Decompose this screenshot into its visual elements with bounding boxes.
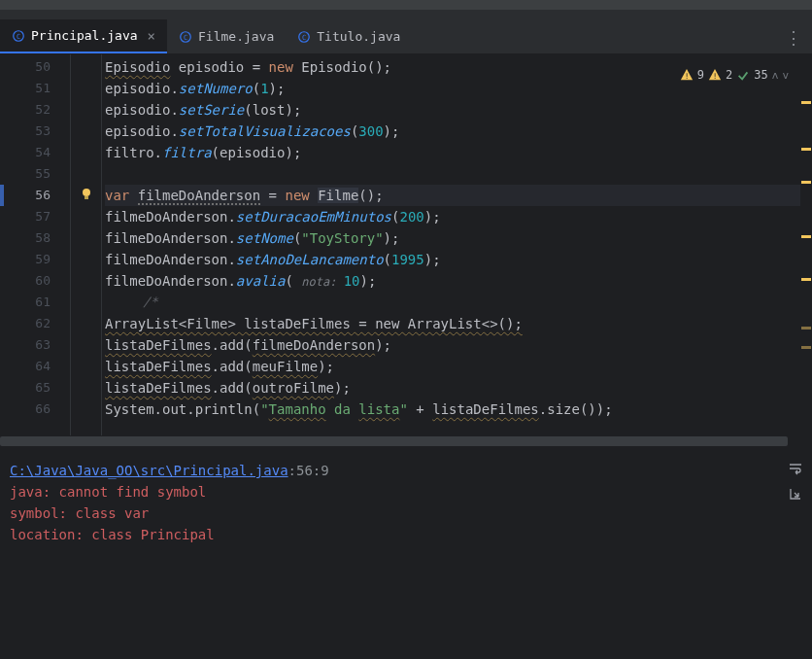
code-line: episodio.setSerie(lost); bbox=[105, 99, 812, 121]
svg-text:!: ! bbox=[684, 72, 689, 81]
svg-text:C: C bbox=[17, 32, 20, 40]
current-line-stripe bbox=[0, 185, 4, 206]
line-number: 56 bbox=[0, 185, 51, 206]
code-line: filtro.filtra(episodio); bbox=[105, 142, 812, 163]
code-line: listaDeFilmes.add(filmeDoAnderson); bbox=[105, 334, 812, 356]
error-file-line: C:\Java\Java_OO\src\Principal.java:56:9 bbox=[10, 460, 802, 481]
tab-filme[interactable]: C Filme.java bbox=[167, 19, 286, 53]
code-line: listaDeFilmes.add(meuFilme); bbox=[105, 356, 812, 377]
line-number: 65 bbox=[0, 377, 51, 399]
marker-warn[interactable] bbox=[801, 278, 811, 281]
tab-label: Titulo.java bbox=[317, 29, 400, 44]
java-file-icon: C bbox=[12, 29, 25, 43]
line-number: 60 bbox=[0, 270, 51, 292]
code-line: System.out.println("Tamanho da lista" + … bbox=[105, 399, 812, 420]
line-number: 51 bbox=[0, 78, 51, 99]
tabs-more-icon[interactable]: ⋮ bbox=[785, 27, 802, 48]
line-number: 62 bbox=[0, 313, 51, 334]
tab-label: Principal.java bbox=[31, 28, 138, 43]
scroll-to-end-icon[interactable] bbox=[787, 485, 804, 503]
error-stripe[interactable] bbox=[800, 54, 812, 435]
code-line: listaDeFilmes.add(outroFilme); bbox=[105, 377, 812, 399]
code-line: ArrayList<Filme> listaDeFilmes = new Arr… bbox=[105, 313, 812, 334]
svg-text:C: C bbox=[184, 33, 187, 41]
error-count: 9 bbox=[697, 68, 704, 82]
code-line bbox=[105, 163, 812, 185]
scrollbar-thumb[interactable] bbox=[0, 436, 788, 446]
marker-warn[interactable] bbox=[801, 148, 811, 151]
code-line: episodio.setTotalVisualizacoes(300); bbox=[105, 121, 812, 142]
weak-count: 35 bbox=[754, 68, 767, 82]
tab-label: Filme.java bbox=[198, 29, 274, 44]
editor-tabs: C Principal.java × C Filme.java C Titulo… bbox=[0, 19, 812, 54]
title-bar-stripe bbox=[0, 0, 812, 10]
error-symbol: symbol: class var bbox=[10, 503, 802, 524]
inspection-widget[interactable]: ! 9 ! 2 35 ʌ v bbox=[680, 68, 789, 82]
horizontal-scrollbar[interactable] bbox=[0, 435, 812, 447]
tab-titulo[interactable]: C Titulo.java bbox=[286, 19, 412, 53]
build-output-panel[interactable]: C:\Java\Java_OO\src\Principal.java:56:9 … bbox=[0, 447, 812, 659]
soft-wrap-icon[interactable] bbox=[787, 460, 804, 477]
code-line: filmeDoAnderson.setAnoDeLancamento(1995)… bbox=[105, 249, 812, 270]
line-number: 52 bbox=[0, 99, 51, 121]
error-position: :56:9 bbox=[288, 463, 329, 478]
error-location: location: class Principal bbox=[10, 524, 802, 545]
line-number: 61 bbox=[0, 292, 51, 313]
close-icon[interactable]: × bbox=[148, 28, 155, 44]
line-gutter[interactable]: 50 51 52 53 54 55 56 57 58 59 60 61 62 6… bbox=[0, 54, 70, 435]
svg-text:C: C bbox=[302, 33, 306, 41]
marker-weak[interactable] bbox=[801, 346, 811, 349]
marker-warn[interactable] bbox=[801, 235, 811, 238]
weak-warning-icon bbox=[736, 68, 750, 82]
java-file-icon: C bbox=[179, 30, 192, 44]
line-number: 64 bbox=[0, 356, 51, 377]
line-number: 53 bbox=[0, 121, 51, 142]
warning-icon: ! bbox=[708, 68, 722, 82]
line-number: 63 bbox=[0, 334, 51, 356]
line-number: 66 bbox=[0, 399, 51, 420]
line-number: 54 bbox=[0, 142, 51, 163]
code-line: filmeDoAnderson.setNome("ToyStory"); bbox=[105, 227, 812, 249]
marker-warn[interactable] bbox=[801, 181, 811, 184]
chevron-down-icon[interactable]: v bbox=[782, 69, 789, 82]
line-number: 55 bbox=[0, 163, 51, 185]
code-line-current: var filmeDoAnderson = new Filme(); bbox=[105, 185, 812, 206]
code-line: filmeDoAnderson.setDuracaoEmMinutos(200)… bbox=[105, 206, 812, 227]
fold-comment-marker: /* bbox=[143, 292, 158, 313]
line-number: 58 bbox=[0, 227, 51, 249]
marker-weak[interactable] bbox=[801, 327, 811, 330]
error-message: java: cannot find symbol bbox=[10, 481, 802, 503]
error-icon: ! bbox=[680, 68, 694, 82]
line-number: 50 bbox=[0, 56, 51, 78]
chevron-up-icon[interactable]: ʌ bbox=[772, 69, 779, 82]
tab-principal[interactable]: C Principal.java × bbox=[0, 19, 167, 53]
line-number: 59 bbox=[0, 249, 51, 270]
code-area[interactable]: Episodio episodio = new Episodio(); epis… bbox=[70, 54, 812, 435]
java-file-icon: C bbox=[297, 30, 311, 44]
marker-warn[interactable] bbox=[801, 101, 811, 104]
warning-count: 2 bbox=[726, 68, 732, 82]
code-line: filmeDoAnderson.avalia( nota: 10); bbox=[105, 270, 812, 292]
code-line: /* bbox=[105, 292, 812, 313]
editor[interactable]: ! 9 ! 2 35 ʌ v 50 51 52 53 54 55 56 57 5… bbox=[0, 54, 812, 435]
line-number: 57 bbox=[0, 206, 51, 227]
error-file-link[interactable]: C:\Java\Java_OO\src\Principal.java bbox=[10, 463, 288, 478]
svg-text:!: ! bbox=[713, 72, 718, 81]
